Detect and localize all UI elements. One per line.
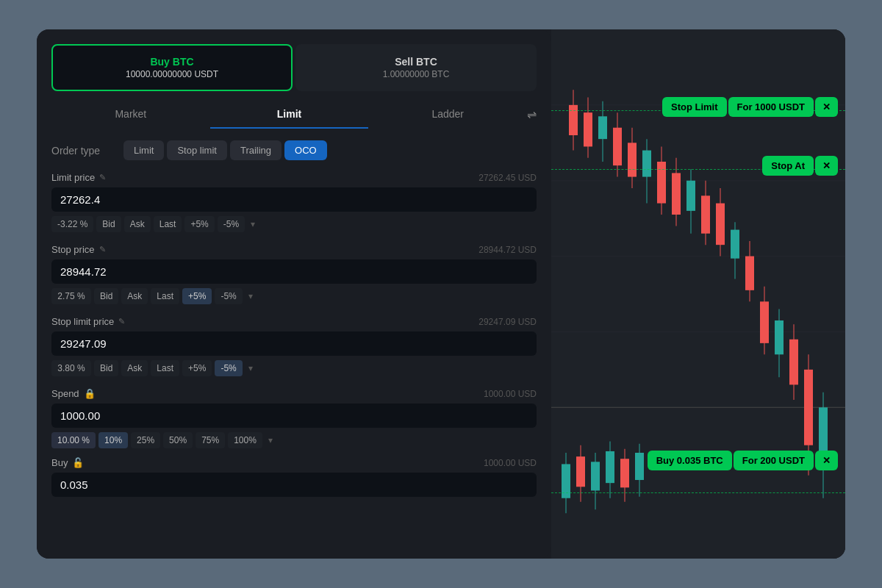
svg-rect-34 bbox=[760, 301, 769, 343]
stop-at-close-button[interactable]: ✕ bbox=[815, 156, 838, 176]
stop-limit-price-edit-icon[interactable]: ✎ bbox=[118, 317, 125, 326]
buy-dashed-line bbox=[551, 492, 845, 493]
stop-limit-price-pct: 3.80 % bbox=[51, 360, 91, 376]
svg-rect-54 bbox=[635, 453, 644, 480]
order-type-row: Order type Limit Stop limit Trailing OCO bbox=[37, 129, 551, 172]
svg-rect-18 bbox=[642, 151, 651, 177]
spend-p100[interactable]: 100% bbox=[228, 432, 262, 448]
buy-label: Buy 🔓 bbox=[51, 457, 84, 468]
chart-panel: Stop Limit For 1000 USDT ✕ Stop At ✕ Buy… bbox=[551, 29, 845, 559]
svg-rect-30 bbox=[731, 230, 739, 259]
bottom-fields: Spend 🔒 1000.00 USD 1000.00 10.00 % 10% … bbox=[37, 388, 551, 497]
spend-p10[interactable]: 10% bbox=[98, 432, 128, 448]
tabs-bar: Market Limit Ladder ⇌ bbox=[37, 91, 551, 129]
stop-limit-price-minus5[interactable]: -5% bbox=[215, 360, 242, 376]
tab-limit[interactable]: Limit bbox=[210, 101, 369, 129]
svg-rect-16 bbox=[628, 143, 637, 176]
stop-limit-price-field: Stop limit price ✎ 29247.09 USD 29247.09… bbox=[51, 316, 537, 376]
spend-input[interactable]: 1000.00 bbox=[51, 404, 537, 428]
stop-price-pct: 2.75 % bbox=[51, 288, 91, 304]
limit-price-plus5[interactable]: +5% bbox=[184, 216, 214, 232]
limit-price-bid[interactable]: Bid bbox=[96, 216, 121, 232]
svg-rect-10 bbox=[584, 112, 592, 146]
left-panel: Buy BTC 10000.00000000 USDT Sell BTC 1.0… bbox=[37, 29, 551, 559]
buy-value: 0.035 bbox=[60, 478, 528, 491]
header-buttons: Buy BTC 10000.00000000 USDT Sell BTC 1.0… bbox=[51, 44, 537, 91]
limit-price-dropdown-icon[interactable]: ▾ bbox=[251, 219, 255, 229]
ot-limit-button[interactable]: Limit bbox=[123, 140, 164, 160]
tab-ladder[interactable]: Ladder bbox=[368, 101, 527, 129]
svg-rect-52 bbox=[620, 459, 629, 487]
buy-btc-amount: 10000.00000000 USDT bbox=[126, 69, 218, 79]
stop-limit-price-dropdown-icon[interactable]: ▾ bbox=[248, 363, 253, 373]
spend-section: Spend 🔒 1000.00 USD 1000.00 10.00 % 10% … bbox=[51, 388, 537, 448]
ot-oco-button[interactable]: OCO bbox=[284, 140, 327, 160]
limit-price-edit-icon[interactable]: ✎ bbox=[99, 173, 106, 182]
stop-limit-price-plus5[interactable]: +5% bbox=[182, 360, 212, 376]
buy-lock-icon: 🔓 bbox=[72, 457, 84, 468]
for-200-box: For 200 USDT bbox=[734, 451, 814, 470]
buy-input[interactable]: 0.035 bbox=[51, 473, 537, 497]
svg-rect-28 bbox=[716, 204, 725, 245]
spend-p50[interactable]: 50% bbox=[163, 432, 193, 448]
tab-extra-icon[interactable]: ⇌ bbox=[527, 100, 537, 129]
svg-rect-50 bbox=[606, 451, 614, 483]
svg-rect-24 bbox=[686, 181, 695, 211]
spend-value: 1000.00 bbox=[60, 409, 528, 422]
ot-stop-limit-button[interactable]: Stop limit bbox=[167, 140, 226, 160]
limit-price-value: 27262.4 bbox=[60, 193, 528, 206]
stop-price-bid[interactable]: Bid bbox=[94, 288, 118, 304]
stop-price-minus5[interactable]: -5% bbox=[215, 288, 242, 304]
buy-label-group: Buy 0.035 BTC For 200 USDT ✕ bbox=[648, 451, 838, 470]
limit-price-ask[interactable]: Ask bbox=[124, 216, 151, 232]
buy-btc-button[interactable]: Buy BTC 10000.00000000 USDT bbox=[51, 44, 293, 91]
svg-rect-46 bbox=[576, 456, 585, 487]
spend-quick: 10.00 % 10% 25% 50% 75% 100% ▾ bbox=[51, 432, 537, 448]
stop-limit-price-input[interactable]: 29247.09 bbox=[51, 331, 537, 356]
spend-p75[interactable]: 75% bbox=[196, 432, 225, 448]
stop-limit-close-button[interactable]: ✕ bbox=[815, 97, 838, 117]
stop-limit-box: Stop Limit bbox=[662, 97, 727, 117]
svg-rect-38 bbox=[789, 340, 798, 385]
limit-price-last[interactable]: Last bbox=[154, 216, 182, 232]
svg-rect-14 bbox=[613, 128, 622, 165]
stop-price-ask[interactable]: Ask bbox=[121, 288, 148, 304]
stop-at-box: Stop At bbox=[762, 156, 814, 176]
limit-price-input[interactable]: 27262.4 bbox=[51, 187, 537, 212]
stop-price-last[interactable]: Last bbox=[151, 288, 179, 304]
stop-price-edit-icon[interactable]: ✎ bbox=[99, 245, 106, 254]
stop-limit-price-quick: 3.80 % Bid Ask Last +5% -5% ▾ bbox=[51, 360, 537, 376]
stop-limit-price-last[interactable]: Last bbox=[151, 360, 179, 376]
order-type-label: Order type bbox=[51, 145, 118, 157]
svg-rect-48 bbox=[591, 462, 600, 490]
stop-limit-label-group: Stop Limit For 1000 USDT ✕ bbox=[662, 97, 838, 117]
svg-rect-36 bbox=[775, 320, 784, 354]
spend-pct: 10.00 % bbox=[51, 432, 96, 448]
stop-price-plus5[interactable]: +5% bbox=[182, 288, 212, 304]
stop-price-value: 28944.72 bbox=[60, 265, 528, 278]
ot-trailing-button[interactable]: Trailing bbox=[230, 140, 282, 160]
buy-btc-label: Buy BTC bbox=[150, 56, 193, 68]
stop-limit-price-ask[interactable]: Ask bbox=[121, 360, 148, 376]
spend-usd: 1000.00 USD bbox=[484, 389, 537, 399]
sell-btc-button[interactable]: Sell BTC 1.00000000 BTC bbox=[295, 44, 537, 91]
stop-price-field: Stop price ✎ 28944.72 USD 28944.72 2.75 … bbox=[51, 244, 537, 304]
buy-section: Buy 🔓 1000.00 USD 0.035 bbox=[51, 457, 537, 497]
spend-p25[interactable]: 25% bbox=[131, 432, 160, 448]
main-container: Buy BTC 10000.00000000 USDT Sell BTC 1.0… bbox=[37, 29, 845, 559]
limit-price-usd: 27262.45 USD bbox=[478, 173, 537, 183]
tab-market[interactable]: Market bbox=[51, 101, 210, 129]
stop-price-dropdown-icon[interactable]: ▾ bbox=[248, 291, 253, 301]
stop-price-input[interactable]: 28944.72 bbox=[51, 259, 537, 284]
limit-price-quick: -3.22 % Bid Ask Last +5% -5% ▾ bbox=[51, 216, 537, 232]
limit-price-label: Limit price ✎ bbox=[51, 172, 106, 183]
limit-price-minus5[interactable]: -5% bbox=[218, 216, 245, 232]
svg-rect-26 bbox=[701, 196, 710, 233]
limit-price-pct: -3.22 % bbox=[51, 216, 93, 232]
svg-rect-22 bbox=[672, 173, 681, 215]
spend-dropdown-icon[interactable]: ▾ bbox=[268, 435, 273, 445]
stop-limit-price-bid[interactable]: Bid bbox=[94, 360, 118, 376]
spend-label: Spend 🔒 bbox=[51, 388, 96, 399]
form-section: Limit price ✎ 27262.45 USD 27262.4 -3.22… bbox=[37, 172, 551, 376]
buy-close-button[interactable]: ✕ bbox=[815, 451, 838, 470]
